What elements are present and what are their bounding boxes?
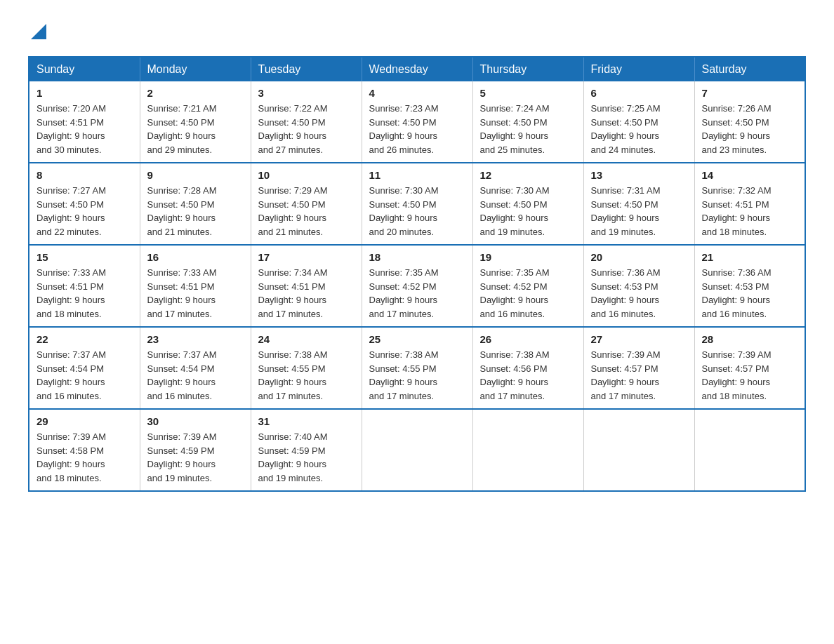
calendar-day-cell: 9 Sunrise: 7:28 AM Sunset: 4:50 PM Dayli… — [140, 163, 251, 245]
day-of-week-header: Monday — [140, 57, 251, 81]
day-number: 7 — [702, 87, 798, 99]
day-info: Sunrise: 7:36 AM Sunset: 4:53 PM Dayligh… — [702, 267, 772, 319]
calendar-day-cell: 28 Sunrise: 7:39 AM Sunset: 4:57 PM Dayl… — [694, 327, 805, 409]
day-number: 17 — [258, 251, 355, 263]
day-number: 12 — [480, 169, 576, 181]
calendar-day-cell: 7 Sunrise: 7:26 AM Sunset: 4:50 PM Dayli… — [694, 81, 805, 163]
day-info: Sunrise: 7:40 AM Sunset: 4:59 PM Dayligh… — [258, 431, 328, 483]
svg-marker-0 — [31, 24, 46, 39]
day-info: Sunrise: 7:35 AM Sunset: 4:52 PM Dayligh… — [480, 267, 550, 319]
day-of-week-header: Sunday — [29, 57, 140, 81]
day-info: Sunrise: 7:34 AM Sunset: 4:51 PM Dayligh… — [258, 267, 328, 319]
calendar-day-cell: 16 Sunrise: 7:33 AM Sunset: 4:51 PM Dayl… — [140, 245, 251, 327]
day-info: Sunrise: 7:39 AM Sunset: 4:58 PM Dayligh… — [37, 431, 106, 483]
calendar-day-cell: 8 Sunrise: 7:27 AM Sunset: 4:50 PM Dayli… — [29, 163, 140, 245]
day-number: 23 — [147, 333, 244, 345]
calendar-day-cell: 27 Sunrise: 7:39 AM Sunset: 4:57 PM Dayl… — [583, 327, 694, 409]
calendar-day-cell: 4 Sunrise: 7:23 AM Sunset: 4:50 PM Dayli… — [362, 81, 472, 163]
day-info: Sunrise: 7:30 AM Sunset: 4:50 PM Dayligh… — [369, 185, 439, 237]
calendar-day-cell: 5 Sunrise: 7:24 AM Sunset: 4:50 PM Dayli… — [472, 81, 583, 163]
day-info: Sunrise: 7:28 AM Sunset: 4:50 PM Dayligh… — [147, 185, 217, 237]
calendar-day-cell — [583, 409, 694, 491]
calendar-day-cell: 12 Sunrise: 7:30 AM Sunset: 4:50 PM Dayl… — [472, 163, 583, 245]
day-info: Sunrise: 7:26 AM Sunset: 4:50 PM Dayligh… — [702, 103, 772, 155]
day-info: Sunrise: 7:39 AM Sunset: 4:59 PM Dayligh… — [147, 431, 217, 483]
calendar-day-cell: 15 Sunrise: 7:33 AM Sunset: 4:51 PM Dayl… — [29, 245, 140, 327]
day-info: Sunrise: 7:23 AM Sunset: 4:50 PM Dayligh… — [369, 103, 439, 155]
day-info: Sunrise: 7:33 AM Sunset: 4:51 PM Dayligh… — [147, 267, 217, 319]
calendar-day-cell: 31 Sunrise: 7:40 AM Sunset: 4:59 PM Dayl… — [251, 409, 362, 491]
day-of-week-header: Tuesday — [251, 57, 362, 81]
calendar-week-row: 29 Sunrise: 7:39 AM Sunset: 4:58 PM Dayl… — [29, 409, 805, 491]
day-number: 16 — [147, 251, 244, 263]
day-info: Sunrise: 7:24 AM Sunset: 4:50 PM Dayligh… — [480, 103, 550, 155]
day-number: 22 — [37, 333, 133, 345]
calendar-day-cell — [472, 409, 583, 491]
calendar-day-cell: 21 Sunrise: 7:36 AM Sunset: 4:53 PM Dayl… — [694, 245, 805, 327]
calendar-day-cell: 17 Sunrise: 7:34 AM Sunset: 4:51 PM Dayl… — [251, 245, 362, 327]
day-info: Sunrise: 7:38 AM Sunset: 4:56 PM Dayligh… — [480, 349, 550, 401]
logo — [28, 21, 46, 42]
calendar-day-cell: 1 Sunrise: 7:20 AM Sunset: 4:51 PM Dayli… — [29, 81, 140, 163]
day-number: 5 — [480, 87, 576, 99]
day-of-week-header: Thursday — [472, 57, 583, 81]
calendar-day-cell: 3 Sunrise: 7:22 AM Sunset: 4:50 PM Dayli… — [251, 81, 362, 163]
day-info: Sunrise: 7:38 AM Sunset: 4:55 PM Dayligh… — [369, 349, 439, 401]
calendar-day-cell: 30 Sunrise: 7:39 AM Sunset: 4:59 PM Dayl… — [140, 409, 251, 491]
day-info: Sunrise: 7:27 AM Sunset: 4:50 PM Dayligh… — [37, 185, 106, 237]
day-number: 18 — [369, 251, 465, 263]
day-info: Sunrise: 7:37 AM Sunset: 4:54 PM Dayligh… — [37, 349, 106, 401]
day-number: 10 — [258, 169, 355, 181]
day-number: 15 — [37, 251, 133, 263]
calendar-day-cell: 26 Sunrise: 7:38 AM Sunset: 4:56 PM Dayl… — [472, 327, 583, 409]
day-number: 14 — [702, 169, 798, 181]
calendar-day-cell: 10 Sunrise: 7:29 AM Sunset: 4:50 PM Dayl… — [251, 163, 362, 245]
day-number: 31 — [258, 415, 355, 427]
day-number: 30 — [147, 415, 244, 427]
day-number: 25 — [369, 333, 465, 345]
day-number: 27 — [591, 333, 687, 345]
day-info: Sunrise: 7:22 AM Sunset: 4:50 PM Dayligh… — [258, 103, 328, 155]
day-number: 19 — [480, 251, 576, 263]
day-info: Sunrise: 7:37 AM Sunset: 4:54 PM Dayligh… — [147, 349, 217, 401]
calendar-week-row: 15 Sunrise: 7:33 AM Sunset: 4:51 PM Dayl… — [29, 245, 805, 327]
calendar-day-cell: 14 Sunrise: 7:32 AM Sunset: 4:51 PM Dayl… — [694, 163, 805, 245]
day-info: Sunrise: 7:35 AM Sunset: 4:52 PM Dayligh… — [369, 267, 439, 319]
day-number: 29 — [37, 415, 133, 427]
day-info: Sunrise: 7:32 AM Sunset: 4:51 PM Dayligh… — [702, 185, 772, 237]
calendar-day-cell: 20 Sunrise: 7:36 AM Sunset: 4:53 PM Dayl… — [583, 245, 694, 327]
day-number: 24 — [258, 333, 355, 345]
calendar-week-row: 8 Sunrise: 7:27 AM Sunset: 4:50 PM Dayli… — [29, 163, 805, 245]
calendar-day-cell: 6 Sunrise: 7:25 AM Sunset: 4:50 PM Dayli… — [583, 81, 694, 163]
calendar-week-row: 22 Sunrise: 7:37 AM Sunset: 4:54 PM Dayl… — [29, 327, 805, 409]
day-number: 13 — [591, 169, 687, 181]
day-number: 11 — [369, 169, 465, 181]
calendar-day-cell: 24 Sunrise: 7:38 AM Sunset: 4:55 PM Dayl… — [251, 327, 362, 409]
calendar-day-cell: 23 Sunrise: 7:37 AM Sunset: 4:54 PM Dayl… — [140, 327, 251, 409]
logo-triangle-icon — [31, 24, 46, 39]
day-number: 1 — [37, 87, 133, 99]
day-info: Sunrise: 7:36 AM Sunset: 4:53 PM Dayligh… — [591, 267, 661, 319]
day-info: Sunrise: 7:38 AM Sunset: 4:55 PM Dayligh… — [258, 349, 328, 401]
day-number: 4 — [369, 87, 465, 99]
calendar-day-cell: 29 Sunrise: 7:39 AM Sunset: 4:58 PM Dayl… — [29, 409, 140, 491]
day-info: Sunrise: 7:33 AM Sunset: 4:51 PM Dayligh… — [37, 267, 106, 319]
day-info: Sunrise: 7:30 AM Sunset: 4:50 PM Dayligh… — [480, 185, 550, 237]
day-info: Sunrise: 7:21 AM Sunset: 4:50 PM Dayligh… — [147, 103, 217, 155]
day-number: 9 — [147, 169, 244, 181]
day-of-week-header: Saturday — [694, 57, 805, 81]
calendar-header-row: SundayMondayTuesdayWednesdayThursdayFrid… — [29, 57, 805, 81]
day-info: Sunrise: 7:29 AM Sunset: 4:50 PM Dayligh… — [258, 185, 328, 237]
day-info: Sunrise: 7:20 AM Sunset: 4:51 PM Dayligh… — [37, 103, 106, 155]
day-number: 3 — [258, 87, 355, 99]
calendar-day-cell: 11 Sunrise: 7:30 AM Sunset: 4:50 PM Dayl… — [362, 163, 472, 245]
day-info: Sunrise: 7:39 AM Sunset: 4:57 PM Dayligh… — [591, 349, 661, 401]
day-of-week-header: Wednesday — [362, 57, 472, 81]
calendar-day-cell: 22 Sunrise: 7:37 AM Sunset: 4:54 PM Dayl… — [29, 327, 140, 409]
day-number: 20 — [591, 251, 687, 263]
day-info: Sunrise: 7:31 AM Sunset: 4:50 PM Dayligh… — [591, 185, 661, 237]
calendar-day-cell — [362, 409, 472, 491]
page-header — [28, 21, 806, 42]
day-of-week-header: Friday — [583, 57, 694, 81]
day-number: 28 — [702, 333, 798, 345]
